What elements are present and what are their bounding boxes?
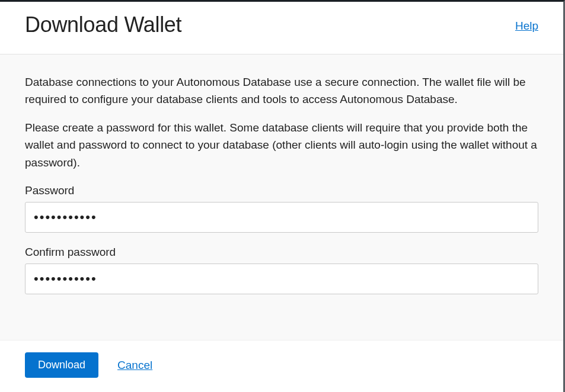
help-link[interactable]: Help — [515, 20, 538, 33]
password-label: Password — [25, 184, 538, 197]
cancel-link[interactable]: Cancel — [117, 359, 152, 372]
dialog-footer: Download Cancel — [0, 340, 563, 392]
download-button[interactable]: Download — [25, 352, 98, 378]
confirm-password-label: Confirm password — [25, 246, 538, 259]
description-paragraph-2: Please create a password for this wallet… — [25, 119, 538, 171]
dialog-body: Database connections to your Autonomous … — [0, 54, 563, 340]
download-wallet-dialog: Download Wallet Help Database connection… — [0, 2, 563, 392]
password-input[interactable] — [25, 202, 538, 233]
password-field-group: Password — [25, 184, 538, 233]
dialog-title: Download Wallet — [25, 12, 181, 37]
dialog-header: Download Wallet Help — [0, 2, 563, 54]
description-paragraph-1: Database connections to your Autonomous … — [25, 73, 538, 108]
confirm-password-input[interactable] — [25, 264, 538, 294]
confirm-password-field-group: Confirm password — [25, 246, 538, 294]
